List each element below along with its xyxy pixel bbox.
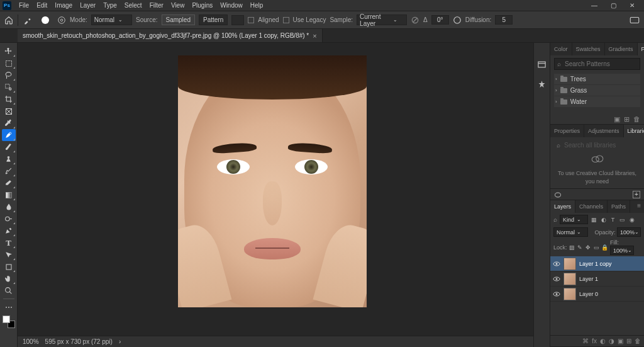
filter-select[interactable]: Kind ⌄ bbox=[560, 215, 588, 224]
pen-tool[interactable] bbox=[2, 225, 16, 237]
healing-brush-tool[interactable] bbox=[2, 129, 16, 141]
brush-preset[interactable] bbox=[37, 13, 53, 27]
layer-thumbnail[interactable] bbox=[564, 273, 576, 285]
new-group-icon[interactable]: ▣ bbox=[618, 338, 623, 344]
tab-libraries[interactable]: Libraries bbox=[624, 125, 644, 137]
trash-icon[interactable]: 🗑 bbox=[633, 115, 640, 123]
history-panel-icon[interactable] bbox=[537, 59, 547, 69]
crop-tool[interactable] bbox=[2, 93, 16, 105]
minimize-button[interactable]: — bbox=[585, 0, 604, 11]
visibility-icon[interactable] bbox=[553, 260, 560, 268]
gradient-tool[interactable] bbox=[2, 189, 16, 201]
menu-layer[interactable]: Layer bbox=[76, 1, 99, 10]
eyedropper-tool[interactable] bbox=[2, 117, 16, 129]
folder-trees[interactable]: ›Trees bbox=[554, 74, 640, 84]
legacy-checkbox[interactable] bbox=[283, 17, 289, 23]
menu-image[interactable]: Image bbox=[51, 1, 76, 10]
mode-select[interactable]: Normal⌄ bbox=[91, 14, 132, 25]
lock-paint-icon[interactable]: ✎ bbox=[577, 244, 583, 251]
layer-thumbnail[interactable] bbox=[564, 288, 576, 300]
layer-mask-icon[interactable]: ◐ bbox=[600, 338, 606, 344]
layer-row[interactable]: Layer 1 copy bbox=[550, 256, 644, 271]
filter-type-icon[interactable]: T bbox=[609, 216, 616, 223]
close-icon[interactable]: × bbox=[313, 32, 316, 40]
layer-name[interactable]: Layer 0 bbox=[579, 291, 598, 297]
brush-settings-icon[interactable] bbox=[57, 16, 66, 25]
layer-thumbnail[interactable] bbox=[564, 258, 576, 270]
edit-toolbar[interactable]: ⋯ bbox=[2, 301, 16, 313]
canvas-area[interactable]: 100% 595 px x 730 px (72 ppi) › bbox=[18, 43, 533, 347]
tab-gradients[interactable]: Gradients bbox=[605, 43, 638, 55]
layer-name[interactable]: Layer 1 copy bbox=[579, 261, 612, 267]
adjustment-layer-icon[interactable]: ◑ bbox=[609, 338, 614, 344]
layer-row[interactable]: Layer 0 bbox=[550, 287, 644, 302]
blur-tool[interactable] bbox=[2, 201, 16, 213]
pattern-picker[interactable] bbox=[231, 15, 244, 25]
pressure-icon[interactable] bbox=[453, 16, 462, 25]
menu-help[interactable]: Help bbox=[247, 1, 267, 10]
layer-style-icon[interactable]: fx bbox=[592, 338, 597, 344]
folder-water[interactable]: ›Water bbox=[554, 96, 640, 107]
filter-smart-icon[interactable]: ◉ bbox=[628, 216, 635, 223]
frame-tool[interactable] bbox=[2, 105, 16, 117]
eraser-tool[interactable] bbox=[2, 177, 16, 189]
lock-all-icon[interactable]: 🔒 bbox=[601, 244, 608, 251]
menu-type[interactable]: Type bbox=[99, 1, 121, 10]
close-button[interactable]: ✕ bbox=[623, 0, 641, 11]
new-group-icon[interactable]: ▣ bbox=[614, 115, 620, 123]
blend-mode-select[interactable]: Normal⌄ bbox=[553, 227, 588, 237]
panel-menu-icon[interactable]: ≡ bbox=[634, 200, 644, 213]
link-layers-icon[interactable]: ⌘ bbox=[582, 338, 589, 344]
visibility-icon[interactable] bbox=[553, 275, 560, 283]
zoom-tool[interactable] bbox=[2, 285, 16, 297]
tab-layers[interactable]: Layers bbox=[550, 200, 575, 213]
menu-filter[interactable]: Filter bbox=[146, 1, 167, 10]
share-button[interactable] bbox=[629, 16, 640, 25]
menu-file[interactable]: File bbox=[15, 1, 33, 10]
brushes-panel-icon[interactable] bbox=[537, 79, 547, 89]
angle-field[interactable]: 0° bbox=[431, 15, 449, 25]
type-tool[interactable]: T bbox=[2, 237, 16, 249]
marquee-tool[interactable] bbox=[2, 57, 16, 69]
dodge-tool[interactable] bbox=[2, 213, 16, 225]
document-tab[interactable]: smooth_skin_retouch_photoshop_action_by_… bbox=[18, 29, 323, 42]
cc-home-icon[interactable] bbox=[554, 191, 562, 198]
menu-plugins[interactable]: Plugins bbox=[188, 1, 216, 10]
home-button[interactable] bbox=[4, 15, 14, 25]
aligned-checkbox[interactable] bbox=[248, 17, 254, 23]
visibility-icon[interactable] bbox=[553, 290, 560, 298]
menu-view[interactable]: View bbox=[167, 1, 189, 10]
hand-tool[interactable] bbox=[2, 273, 16, 285]
tab-channels[interactable]: Channels bbox=[575, 200, 608, 213]
folder-grass[interactable]: ›Grass bbox=[554, 85, 640, 96]
path-tool[interactable] bbox=[2, 249, 16, 261]
diffusion-field[interactable]: 5 bbox=[495, 15, 513, 25]
delete-layer-icon[interactable]: 🗑 bbox=[635, 338, 641, 344]
filter-adj-icon[interactable]: ◐ bbox=[600, 216, 607, 223]
patterns-search[interactable]: ⌕ Search Patterns bbox=[554, 58, 640, 70]
lock-position-icon[interactable]: ✥ bbox=[585, 244, 591, 251]
source-pattern-button[interactable]: Pattern bbox=[199, 14, 228, 25]
maximize-button[interactable]: ▢ bbox=[604, 0, 623, 11]
layer-name[interactable]: Layer 1 bbox=[579, 276, 598, 282]
move-tool[interactable] bbox=[2, 45, 16, 57]
status-chevron-icon[interactable]: › bbox=[119, 338, 121, 345]
lock-transparency-icon[interactable]: ▨ bbox=[569, 244, 575, 251]
zoom-level[interactable]: 100% bbox=[23, 338, 39, 345]
menu-select[interactable]: Select bbox=[121, 1, 146, 10]
brush-tool[interactable] bbox=[2, 141, 16, 153]
libraries-search[interactable]: ⌕ Search all libraries bbox=[554, 140, 640, 151]
sample-select[interactable]: Current Layer⌄ bbox=[357, 14, 407, 25]
add-icon[interactable]: + bbox=[633, 191, 640, 198]
tab-color[interactable]: Color bbox=[550, 43, 572, 55]
tab-adjustments[interactable]: Adjustments bbox=[584, 125, 624, 137]
filter-pixel-icon[interactable]: ▦ bbox=[591, 216, 597, 223]
new-item-icon[interactable]: ⊞ bbox=[624, 115, 630, 123]
shape-tool[interactable] bbox=[2, 261, 16, 273]
tab-swatches[interactable]: Swatches bbox=[572, 43, 605, 55]
search-icon[interactable]: ⌕ bbox=[553, 216, 557, 223]
tool-preset-icon[interactable] bbox=[22, 16, 33, 25]
document-canvas[interactable] bbox=[178, 55, 367, 307]
layer-row[interactable]: Layer 1 bbox=[550, 271, 644, 287]
lock-artboard-icon[interactable]: ▭ bbox=[593, 244, 599, 251]
